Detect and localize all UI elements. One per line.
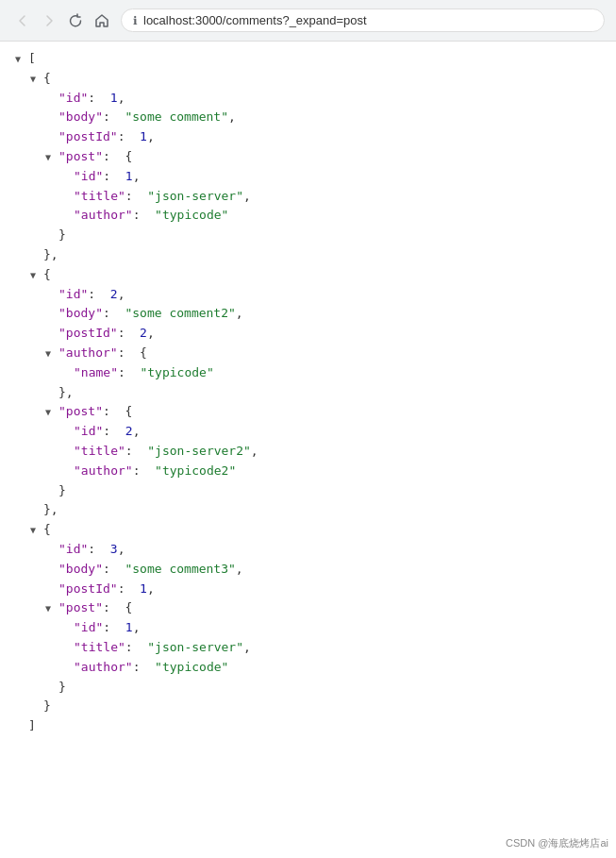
item-2-author-name: "name": "typicode" [15, 363, 601, 383]
item-2-toggle[interactable] [30, 268, 43, 283]
item-1-post-author: "author": "typicode" [15, 206, 601, 226]
item-2-post-title: "title": "json-server2", [15, 442, 601, 462]
item-2-author-open: "author": { [15, 344, 601, 363]
item-3-body: "body": "some comment3", [15, 560, 601, 580]
item-2-post-toggle[interactable] [45, 405, 58, 420]
url-text: localhost:3000/comments?_expand=post [143, 13, 367, 27]
item-3-post-author: "author": "typicode" [15, 658, 601, 678]
item-2-post-id: "id": 2, [15, 422, 601, 442]
item-3-open: { [15, 520, 601, 540]
item-3-post-close: } [15, 678, 601, 698]
address-bar[interactable]: ℹ localhost:3000/comments?_expand=post [121, 8, 605, 32]
item-1-toggle[interactable] [30, 72, 43, 87]
home-button[interactable] [91, 9, 113, 32]
nav-buttons [11, 9, 113, 32]
item-1-post-close: } [15, 226, 601, 245]
item-1-id: "id": 1, [15, 89, 601, 109]
item-1-postId: "postId": 1, [15, 127, 601, 147]
item-2-post-close: } [15, 481, 601, 501]
item-2-close: }, [15, 500, 601, 520]
item-3-postId: "postId": 1, [15, 580, 601, 599]
item-3-post-open: "post": { [15, 598, 601, 618]
back-button[interactable] [11, 9, 34, 32]
item-2-post-author: "author": "typicode2" [15, 462, 601, 481]
item-1-post-id: "id": 1, [15, 167, 601, 187]
item-2-author-close: }, [15, 383, 601, 403]
root-close: ] [15, 716, 601, 736]
item-1-post-open: "post": { [15, 147, 601, 167]
item-3-toggle[interactable] [30, 523, 43, 538]
browser-chrome: ℹ localhost:3000/comments?_expand=post [0, 0, 616, 42]
item-3-post-title: "title": "json-server", [15, 638, 601, 658]
watermark: CSDN @海底烧烤店ai [506, 836, 608, 850]
item-3-post-toggle[interactable] [45, 601, 58, 616]
item-2-author-toggle[interactable] [45, 346, 58, 362]
item-1-close: }, [15, 245, 601, 265]
item-2-id: "id": 2, [15, 285, 601, 305]
item-1-post-toggle[interactable] [45, 150, 58, 165]
item-2-postId: "postId": 2, [15, 324, 601, 344]
forward-button[interactable] [38, 9, 60, 32]
item-3-close: } [15, 697, 601, 716]
item-1-post-title: "title": "json-server", [15, 187, 601, 207]
root-open: [ [15, 49, 601, 69]
item-2-post-open: "post": { [15, 402, 601, 422]
root-toggle[interactable] [15, 52, 28, 67]
json-content: [ { "id": 1, "body": "some comment", "po… [0, 42, 616, 744]
item-3-id: "id": 3, [15, 540, 601, 560]
item-2-body: "body": "some comment2", [15, 304, 601, 324]
reload-button[interactable] [64, 9, 87, 32]
item-2-open: { [15, 265, 601, 285]
item-3-post-id: "id": 1, [15, 618, 601, 638]
info-icon: ℹ [133, 14, 138, 27]
item-1-open: { [15, 69, 601, 89]
item-1-body: "body": "some comment", [15, 108, 601, 127]
